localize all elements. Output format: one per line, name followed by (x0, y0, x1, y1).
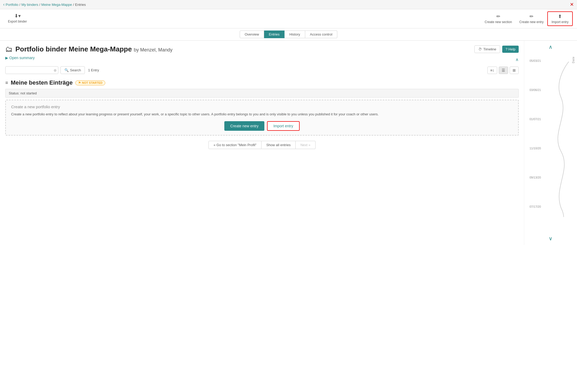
tab-access-control[interactable]: Access control (305, 31, 338, 38)
create-entry-button[interactable]: ✏ Create new entry (516, 12, 547, 25)
view-controls: ≡↕ ☰ ⊞ (487, 67, 519, 74)
create-entry-icon: ✏ (530, 14, 534, 19)
export-binder-button[interactable]: ⬇▾ Export binder (4, 11, 30, 25)
timeline-up-button[interactable]: ∧ (524, 43, 577, 51)
back-icon[interactable]: ‹ (3, 2, 5, 7)
search-bar: ⊗ 🔍 Search 1 Entry ≡↕ ☰ ⊞ (5, 66, 519, 74)
status-icon: ⚑ (78, 81, 81, 85)
timeline-button[interactable]: ⏱ Timeline (474, 45, 500, 53)
page-title: Portfolio binder Meine Mega-Mappe by Men… (15, 45, 172, 53)
view-list-button[interactable]: ☰ (499, 67, 508, 74)
view-grid-button[interactable]: ⊞ (510, 67, 519, 74)
entry-count: 1 Entry (88, 68, 99, 72)
create-box-title: Create a new portfolio entry (11, 104, 513, 109)
tabs-bar: Overview Entries History Access control (0, 28, 577, 41)
import-entry-icon: ⬆ (558, 14, 562, 19)
create-entry-label: Create new entry (519, 20, 544, 24)
search-input-wrap: ⊗ (5, 66, 58, 74)
drag-handle-icon: ≡ (5, 80, 8, 86)
import-entry-button[interactable]: ⬆ Import entry (547, 11, 573, 26)
close-button[interactable]: ✕ (570, 2, 574, 7)
toggle-icon: ⏱ (478, 47, 482, 51)
search-icon: 🔍 (64, 68, 69, 72)
next-button[interactable]: Next » (296, 141, 316, 149)
export-icon: ⬇▾ (14, 13, 21, 19)
breadcrumb: ‹ Portfolio / My binders / Meine Mega-Ma… (3, 2, 568, 7)
import-entry-box-button[interactable]: Import entry (267, 121, 300, 131)
help-button[interactable]: ? Help (502, 46, 519, 53)
create-new-entry-button[interactable]: Create new entry (224, 121, 264, 131)
timeline-chart (545, 59, 577, 218)
main-layout: 🗂 Portfolio binder Meine Mega-Mappe by M… (0, 41, 577, 245)
tab-entries[interactable]: Entries (264, 31, 285, 38)
page-title-area: 🗂 Portfolio binder Meine Mega-Mappe by M… (5, 45, 172, 54)
breadcrumb-portfolio[interactable]: Portfolio (6, 3, 18, 7)
breadcrumb-entries: Entries (75, 3, 86, 7)
export-binder-label: Export binder (8, 20, 27, 23)
show-all-entries-button[interactable]: Show all entries (261, 141, 296, 149)
summary-row: ▶ Open summary ∧ (5, 56, 519, 63)
tab-overview[interactable]: Overview (240, 31, 264, 38)
search-input[interactable] (5, 66, 58, 74)
create-box-desc: Create a new portfolio entry to reflect … (11, 112, 513, 117)
timeline-down-button[interactable]: ∨ (524, 234, 577, 243)
breadcrumb-mybinders[interactable]: My binders (21, 3, 38, 7)
toolbar-right: ✏ Create new section ✏ Create new entry … (481, 11, 573, 26)
open-summary-link[interactable]: ▶ Open summary (5, 56, 35, 60)
create-portfolio-box: Create a new portfolio entry Create a ne… (5, 100, 519, 136)
collapse-arrow[interactable]: ∧ (515, 57, 519, 62)
breadcrumb-mappe[interactable]: Meine Mega-Mappe (41, 3, 72, 7)
binder-icon: 🗂 (5, 45, 13, 54)
create-section-icon: ✏ (496, 14, 500, 19)
create-section-button[interactable]: ✏ Create new section (481, 12, 516, 25)
header-actions: ⏱ Timeline ? Help (474, 45, 519, 53)
section-header: ≡ Meine besten Einträge ⚑ NOT STARTED (5, 79, 519, 86)
create-box-actions: Create new entry Import entry (11, 121, 513, 131)
timeline-panel: ∧ Date 05/03/21 03/06/21 01/07/21 11/10/… (524, 41, 577, 245)
status-bar: Status: not started (5, 89, 519, 98)
section-title: Meine besten Einträge (11, 79, 73, 86)
page-header: 🗂 Portfolio binder Meine Mega-Mappe by M… (5, 45, 519, 54)
create-section-label: Create new section (485, 20, 512, 24)
sort-button[interactable]: ≡↕ (487, 67, 497, 74)
clear-search-icon[interactable]: ⊗ (54, 68, 57, 72)
import-entry-label: Import entry (552, 20, 569, 24)
content-area: 🗂 Portfolio binder Meine Mega-Mappe by M… (0, 41, 524, 245)
top-bar: ‹ Portfolio / My binders / Meine Mega-Ma… (0, 0, 577, 9)
page-subtitle: by Menzel, Mandy (134, 47, 172, 53)
search-button[interactable]: 🔍 Search (60, 66, 85, 74)
open-summary-arrow: ▶ (5, 56, 8, 60)
tab-history[interactable]: History (285, 31, 305, 38)
prev-section-button[interactable]: « Go to section "Mein Profil" (208, 141, 261, 149)
toolbar: ⬇▾ Export binder ✏ Create new section ✏ … (0, 9, 577, 28)
nav-buttons: « Go to section "Mein Profil" Show all e… (5, 141, 519, 149)
status-badge: ⚑ NOT STARTED (75, 80, 105, 85)
